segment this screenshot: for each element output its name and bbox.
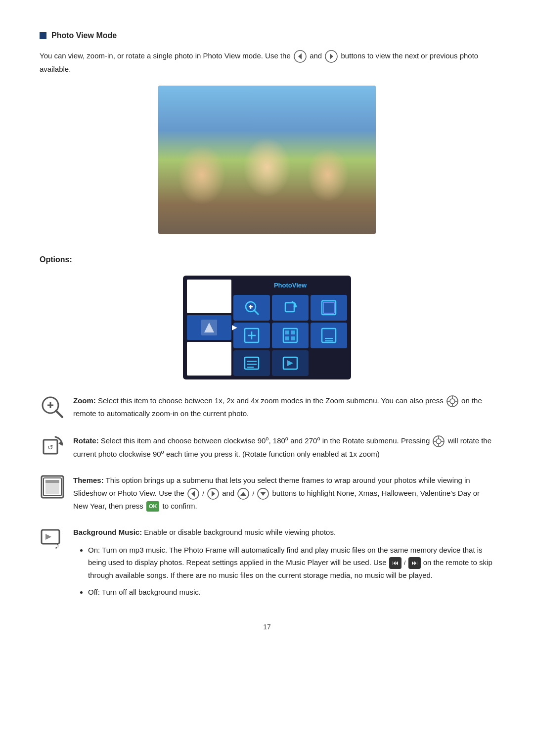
themes-option-btn[interactable] bbox=[311, 295, 347, 321]
photo-svg bbox=[158, 86, 376, 234]
rotate-description: Select this item and choose between cloc… bbox=[101, 436, 432, 445]
svg-rect-5 bbox=[158, 185, 376, 234]
svg-point-82 bbox=[436, 439, 441, 444]
themes-up-btn-icon bbox=[237, 488, 249, 500]
svg-point-17 bbox=[245, 158, 265, 176]
svg-text:↺: ↺ bbox=[47, 443, 53, 451]
rotate-feature-text: Rotate: Select this item and choose betw… bbox=[73, 434, 494, 461]
options-right-panel: PhotoView bbox=[233, 280, 347, 376]
options-photo-selected bbox=[187, 315, 231, 340]
svg-text:♪: ♪ bbox=[54, 540, 59, 551]
svg-point-18 bbox=[269, 158, 289, 176]
and-text-1: and bbox=[310, 51, 322, 60]
themes-and-text: and bbox=[222, 489, 236, 497]
themes-down-btn-icon bbox=[257, 488, 269, 500]
title-icon bbox=[40, 32, 46, 39]
bgmusic-feature: ♪ Background Music: Enable or disable ba… bbox=[40, 526, 494, 602]
option-btn-5[interactable] bbox=[272, 323, 309, 348]
svg-point-7 bbox=[178, 165, 232, 234]
svg-point-34 bbox=[304, 154, 308, 158]
svg-marker-100 bbox=[45, 534, 51, 540]
svg-marker-94 bbox=[212, 491, 215, 497]
option-btn-8[interactable] bbox=[272, 350, 309, 376]
svg-point-36 bbox=[344, 159, 348, 163]
svg-point-25 bbox=[305, 122, 318, 136]
options-icon-grid bbox=[233, 295, 347, 376]
options-section: Options: PhotoView bbox=[40, 254, 494, 379]
themes-feature-text: Themes: This option brings up a submenu … bbox=[73, 474, 494, 512]
options-photo-top bbox=[187, 280, 231, 313]
svg-rect-45 bbox=[285, 303, 294, 312]
svg-point-28 bbox=[333, 141, 369, 177]
svg-point-37 bbox=[355, 159, 358, 163]
svg-rect-54 bbox=[285, 331, 289, 334]
options-screenshot-container: PhotoView bbox=[40, 276, 494, 379]
svg-point-35 bbox=[315, 154, 319, 158]
svg-rect-22 bbox=[293, 130, 330, 136]
svg-point-9 bbox=[186, 133, 224, 145]
rotate-remote-btn-icon bbox=[433, 435, 445, 447]
svg-marker-67 bbox=[287, 360, 293, 366]
next-button-icon bbox=[325, 50, 338, 63]
svg-point-11 bbox=[185, 143, 225, 151]
svg-rect-6 bbox=[158, 135, 376, 209]
svg-rect-30 bbox=[334, 138, 368, 144]
rotate-feature: ↺ Rotate: Select this item and choose be… bbox=[40, 434, 494, 461]
svg-marker-79 bbox=[58, 441, 62, 446]
option-btn-4[interactable] bbox=[233, 323, 270, 348]
svg-rect-90 bbox=[45, 480, 59, 483]
zoom-feature-text: Zoom: Select this item to choose between… bbox=[73, 394, 494, 420]
svg-rect-32 bbox=[334, 149, 368, 154]
option-btn-6[interactable] bbox=[311, 323, 347, 348]
themes-left-btn-icon bbox=[187, 488, 199, 500]
option-btn-7[interactable] bbox=[233, 350, 270, 376]
bgmusic-description: Enable or disable background music while… bbox=[144, 528, 336, 536]
svg-point-33 bbox=[327, 165, 375, 204]
rotate-label: Rotate: bbox=[73, 436, 99, 445]
svg-point-73 bbox=[450, 399, 455, 404]
svg-rect-57 bbox=[291, 336, 295, 340]
svg-rect-59 bbox=[324, 330, 334, 336]
zoom-remote-btn-icon bbox=[446, 395, 458, 407]
selected-photo-icon bbox=[199, 318, 219, 337]
svg-point-8 bbox=[186, 136, 224, 174]
options-title: Options: bbox=[40, 254, 494, 266]
rewind-btn-icon: ⏮ bbox=[389, 557, 401, 569]
zoom-option-btn[interactable] bbox=[233, 295, 270, 321]
svg-marker-96 bbox=[240, 492, 246, 496]
svg-point-14 bbox=[259, 167, 264, 172]
photo-container bbox=[40, 86, 494, 234]
options-screenshot: PhotoView bbox=[183, 276, 351, 379]
themes-label: Themes: bbox=[73, 476, 104, 484]
svg-point-15 bbox=[270, 167, 275, 172]
bullet-off: Off: Turn off all background music. bbox=[88, 586, 494, 599]
svg-rect-55 bbox=[291, 331, 295, 334]
zoom-feature: Zoom: Select this item to choose between… bbox=[40, 394, 494, 420]
option-btn-9 bbox=[311, 350, 347, 376]
bgmusic-feature-text: Background Music: Enable or disable back… bbox=[73, 526, 494, 602]
rotate-icon: ↺ bbox=[40, 434, 65, 460]
options-photo-bottom bbox=[187, 342, 231, 376]
svg-marker-3 bbox=[330, 53, 333, 59]
svg-marker-98 bbox=[260, 492, 266, 496]
fastforward-btn-icon: ⏭ bbox=[408, 557, 421, 569]
page-number: 17 bbox=[40, 622, 494, 632]
themes-right-btn-icon bbox=[207, 488, 219, 500]
prev-button-icon bbox=[294, 50, 307, 63]
themes-confirm-text: to confirm. bbox=[163, 502, 197, 510]
svg-point-13 bbox=[250, 155, 284, 189]
zoom-label: Zoom: bbox=[73, 396, 96, 405]
zoom-description: Select this item to choose between 1x, 2… bbox=[98, 396, 445, 405]
svg-point-12 bbox=[237, 170, 297, 219]
svg-rect-10 bbox=[186, 133, 224, 147]
themes-icon bbox=[40, 474, 65, 500]
options-left-panel bbox=[187, 280, 231, 376]
svg-line-69 bbox=[56, 411, 62, 417]
bullet-off-text: Off: Turn off all background music. bbox=[88, 588, 201, 596]
svg-rect-21 bbox=[293, 130, 330, 157]
photo-image bbox=[158, 86, 376, 234]
svg-rect-29 bbox=[334, 138, 368, 162]
bgmusic-bullet-list: On: Turn on mp3 music. The Photo Frame w… bbox=[88, 544, 494, 599]
rotate-option-btn[interactable] bbox=[272, 295, 309, 321]
intro-paragraph: You can view, zoom-in, or rotate a singl… bbox=[40, 49, 494, 76]
